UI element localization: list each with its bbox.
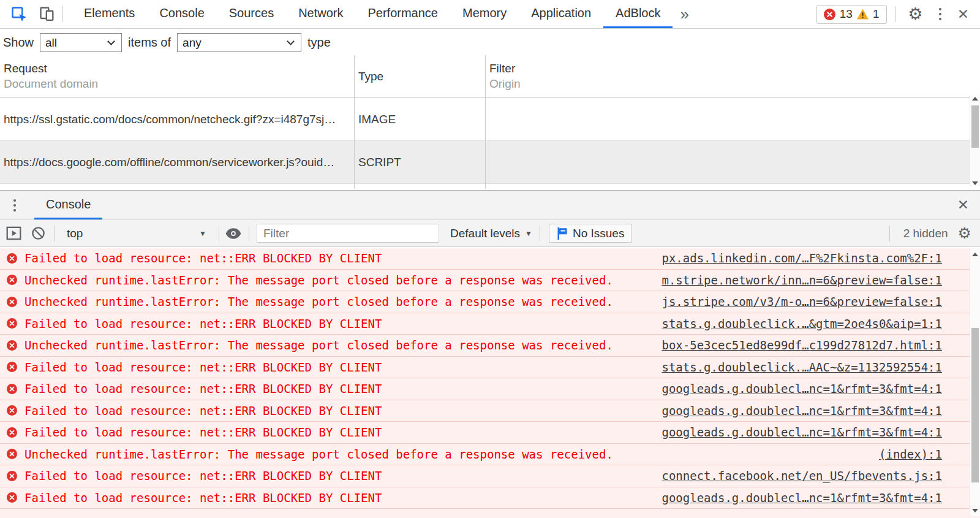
scrollbar-thumb[interactable] — [971, 328, 979, 482]
warning-count-icon — [857, 9, 869, 20]
panel-tab[interactable]: Sources — [217, 0, 286, 28]
panel-tab[interactable]: Application — [519, 0, 603, 28]
issues-flag-icon — [557, 227, 568, 240]
console-scrollbar[interactable] — [970, 248, 980, 516]
console-message-text: Failed to load resource: net::ERR_BLOCKE… — [24, 404, 382, 417]
close-devtools-icon[interactable]: ✕ — [957, 6, 969, 23]
settings-gear-icon[interactable]: ⚙ — [908, 6, 923, 23]
error-icon — [7, 318, 17, 329]
column-header-request[interactable]: Request Document domain — [0, 55, 354, 97]
no-issues-button[interactable]: No Issues — [549, 224, 632, 243]
console-source-link[interactable]: js.stripe.com/v3/m-o…n=6&preview=false:1 — [649, 295, 942, 308]
toolbar-divider — [54, 226, 55, 242]
panel-tab[interactable]: AdBlock — [603, 0, 673, 28]
panel-tab[interactable]: Elements — [72, 0, 147, 28]
partial-message-row — [0, 509, 980, 518]
drawer-menu-icon[interactable] — [13, 199, 16, 211]
console-source-link[interactable]: (index):1 — [867, 448, 942, 461]
request-filter-cell — [485, 141, 980, 183]
console-error-message: Failed to load resource: net::ERR_BLOCKE… — [0, 465, 980, 487]
table-scrollbar[interactable] — [970, 96, 980, 186]
error-icon — [7, 297, 17, 307]
panel-tab[interactable]: Memory — [450, 0, 519, 28]
error-icon — [7, 384, 17, 394]
console-source-link[interactable]: googleads.g.doublecl…nc=1&rfmt=3&fmt=4:1 — [649, 404, 942, 417]
request-filter-cell — [485, 98, 980, 140]
console-message-text: Unchecked runtime.lastError: The message… — [24, 295, 613, 308]
log-levels-dropdown[interactable]: Default levels▼ — [450, 227, 532, 240]
column-header-filter[interactable]: Filter Origin — [485, 55, 980, 97]
console-source-link[interactable]: m.stripe.network/inn…n=6&preview=false:1 — [649, 273, 942, 287]
console-source-link[interactable]: stats.g.doubleclick.…&gtm=2oe4s0&aip=1:1 — [649, 317, 942, 330]
toolbar-divider — [62, 6, 63, 22]
scrollbar-thumb[interactable] — [971, 105, 979, 148]
devtools-menu-icon[interactable] — [935, 8, 945, 20]
tab-console[interactable]: Console — [34, 191, 102, 219]
inspect-element-icon[interactable] — [9, 6, 29, 23]
panel-tab[interactable]: Network — [286, 0, 355, 28]
errors-warnings-badge[interactable]: 13 1 — [816, 5, 887, 24]
warning-count: 1 — [873, 7, 880, 21]
console-error-message: Unchecked runtime.lastError: The message… — [0, 270, 980, 292]
toolbar-divider — [895, 6, 896, 22]
clear-console-icon[interactable] — [31, 226, 45, 240]
console-source-link[interactable]: googleads.g.doublecl…nc=1&rfmt=3&fmt=4:1 — [649, 491, 942, 505]
console-message-text: Failed to load resource: net::ERR_BLOCKE… — [24, 469, 382, 482]
console-message-text: Failed to load resource: net::ERR_BLOCKE… — [24, 251, 382, 265]
scroll-down-arrow[interactable] — [970, 181, 980, 185]
column-header-type[interactable]: Type — [354, 55, 485, 97]
console-settings-gear-icon[interactable]: ⚙ — [958, 226, 971, 241]
scroll-up-arrow[interactable] — [970, 97, 980, 101]
error-icon — [7, 253, 17, 264]
console-message-text: Failed to load resource: net::ERR_BLOCKE… — [24, 491, 382, 505]
console-sidebar-toggle-icon[interactable] — [6, 226, 21, 240]
error-icon — [7, 492, 17, 503]
console-drawer: Console ✕ top▼ — [0, 190, 980, 518]
panel-tabs: Elements Console Sources Network Perform… — [72, 0, 673, 28]
console-source-link[interactable]: connect.facebook.net/en_US/fbevents.js:1 — [649, 469, 942, 482]
javascript-context-select[interactable]: top▼ — [59, 227, 213, 240]
panel-tab[interactable]: Console — [147, 0, 216, 28]
item-type-select[interactable]: any — [177, 33, 301, 52]
show-items-select[interactable]: all — [40, 33, 122, 52]
main-toolbar: Elements Console Sources Network Perform… — [0, 0, 980, 29]
panel-tab[interactable]: Performance — [356, 0, 451, 28]
console-error-message: Failed to load resource: net::ERR_BLOCKE… — [0, 357, 980, 379]
console-source-link[interactable]: googleads.g.doublecl…nc=1&rfmt=3&fmt=4:1 — [649, 382, 942, 395]
items-of-label: items of — [128, 36, 171, 50]
scroll-up-arrow[interactable] — [970, 253, 980, 256]
close-drawer-icon[interactable]: ✕ — [957, 197, 969, 213]
console-message-text: Failed to load resource: net::ERR_BLOCKE… — [24, 425, 382, 439]
error-icon — [7, 275, 17, 285]
live-expression-eye-icon[interactable] — [225, 228, 241, 239]
console-message-text: Failed to load resource: net::ERR_BLOCKE… — [24, 317, 382, 330]
console-error-message: Failed to load resource: net::ERR_BLOCKE… — [0, 422, 980, 444]
table-row[interactable]: https://docs.google.com/offline/common/s… — [0, 141, 980, 184]
console-error-message: Unchecked runtime.lastError: The message… — [0, 444, 980, 466]
error-count: 13 — [840, 7, 853, 21]
devtools-window: Elements Console Sources Network Perform… — [0, 0, 980, 518]
toolbar-divider — [889, 226, 890, 242]
error-icon — [7, 471, 17, 481]
console-source-link[interactable]: px.ads.linkedin.com/…F%2Fkinsta.com%2F:1 — [649, 251, 942, 265]
device-toolbar-icon[interactable] — [37, 6, 58, 22]
chevron-down-icon: ▼ — [199, 229, 206, 238]
adblock-controls: Show all items of any type — [0, 29, 980, 55]
more-tabs-button[interactable]: » — [673, 5, 696, 24]
console-source-link[interactable]: googleads.g.doublecl…nc=1&rfmt=3&fmt=4:1 — [649, 425, 942, 439]
console-message-text: Unchecked runtime.lastError: The message… — [24, 338, 613, 352]
error-count-icon — [824, 9, 835, 20]
scroll-down-arrow[interactable] — [970, 509, 980, 512]
table-row[interactable]: https://ssl.gstatic.com/docs/common/netc… — [0, 98, 980, 141]
console-message-text: Unchecked runtime.lastError: The message… — [24, 448, 613, 461]
console-toolbar: top▼ Default levels▼ No — [0, 220, 980, 247]
console-source-link[interactable]: box-5e3cec51ed8e99df…c199d27812d7.html:1 — [649, 338, 942, 352]
request-url-cell: https://docs.google.com/offline/common/s… — [0, 141, 354, 183]
console-source-link[interactable]: stats.g.doubleclick.…AAC~&z=1132592554:1 — [649, 360, 942, 374]
request-type-cell: SCRIPT — [354, 141, 485, 183]
type-label: type — [307, 36, 331, 50]
adblock-requests-table: Request Document domain Type Filter Orig… — [0, 55, 980, 189]
console-filter-input[interactable] — [257, 224, 439, 243]
toolbar-divider — [219, 226, 219, 242]
request-url-cell: https://ssl.gstatic.com/docs/common/netc… — [0, 98, 354, 140]
